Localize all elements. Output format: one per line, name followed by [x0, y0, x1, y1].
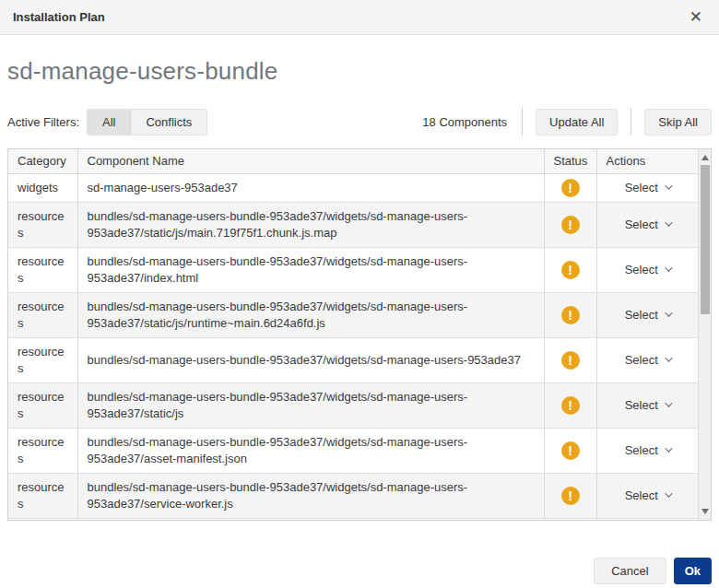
table-row: resources bundles/sd-manage-users-bundle…	[8, 337, 698, 382]
close-icon[interactable]: ✕	[686, 7, 706, 27]
toolbar-divider	[522, 108, 523, 135]
filter-all-button[interactable]: All	[88, 110, 131, 135]
chevron-down-icon	[665, 354, 672, 361]
warning-status-icon: !	[561, 487, 580, 505]
select-dropdown[interactable]: Select	[625, 218, 670, 231]
components-table-container: Category Component Name Status Actions w…	[7, 148, 712, 521]
warning-status-icon: !	[561, 441, 580, 460]
select-dropdown[interactable]: Select	[625, 181, 670, 194]
components-table: Category Component Name Status Actions w…	[8, 149, 698, 521]
component-name-cell: bundles/sd-manage-users-bundle-953ade37/…	[77, 292, 544, 337]
select-dropdown[interactable]: Select	[625, 263, 670, 276]
scrollbar-thumb[interactable]	[701, 165, 710, 314]
category-cell: resources	[8, 247, 77, 292]
actions-cell: Select	[596, 518, 698, 521]
column-header-name: Component Name	[77, 149, 544, 173]
ok-button[interactable]: Ok	[674, 558, 712, 584]
status-cell: !	[544, 473, 596, 518]
select-dropdown[interactable]: Select	[625, 488, 670, 502]
table-scrollbar[interactable]	[698, 149, 711, 520]
status-cell: !	[544, 337, 596, 382]
category-cell: resources	[8, 292, 77, 337]
modal-body: sd-manage-users-bundle Active Filters: A…	[0, 57, 719, 521]
category-cell: resources	[8, 473, 77, 518]
active-filters-label: Active Filters:	[7, 115, 79, 129]
warning-status-icon: !	[561, 396, 580, 415]
actions-cell: Select	[596, 292, 698, 337]
status-cell: !	[544, 247, 596, 292]
select-dropdown[interactable]: Select	[625, 398, 670, 412]
table-row: widgets sd-manage-users-953ade37 ! Selec…	[8, 173, 698, 202]
actions-cell: Select	[596, 382, 698, 428]
status-cell: !	[544, 428, 596, 473]
actions-cell: Select	[596, 247, 698, 292]
modal-title: Installation Plan	[13, 10, 105, 24]
column-header-category: Category	[8, 149, 77, 173]
warning-status-icon: !	[561, 179, 580, 197]
category-cell: widgets	[8, 173, 77, 202]
component-name-cell: bundles/sd-manage-users-bundle-953ade37/…	[77, 337, 544, 382]
table-header-row: Category Component Name Status Actions	[8, 149, 698, 173]
status-cell: !	[544, 292, 596, 337]
filter-conflicts-button[interactable]: Conflicts	[131, 110, 206, 135]
category-cell: resources	[8, 518, 77, 521]
table-row: resources bundles/sd-manage-users-bundle…	[8, 473, 698, 518]
select-dropdown[interactable]: Select	[625, 443, 670, 457]
warning-status-icon: !	[561, 306, 580, 324]
active-filters: Active Filters: All Conflicts	[7, 109, 207, 135]
table-row: resources bundles/sd-manage-users-bundle…	[8, 518, 698, 521]
component-name-cell: bundles/sd-manage-users-bundle-953ade37/…	[77, 202, 544, 247]
category-cell: resources	[8, 337, 77, 382]
warning-status-icon: !	[561, 216, 580, 234]
chevron-down-icon	[665, 218, 672, 226]
toolbar-divider	[631, 108, 631, 135]
components-count: 18 Components	[422, 115, 507, 129]
chevron-down-icon	[665, 309, 672, 316]
component-name-cell: bundles/sd-manage-users-bundle-953ade37/…	[77, 428, 544, 473]
category-cell: resources	[8, 428, 77, 473]
component-name-cell: bundles/sd-manage-users-bundle-953ade37/…	[77, 518, 544, 521]
column-header-actions: Actions	[596, 149, 698, 173]
category-cell: resources	[8, 202, 77, 247]
actions-cell: Select	[596, 337, 698, 382]
actions-cell: Select	[596, 473, 698, 518]
chevron-down-icon	[665, 489, 672, 497]
actions-cell: Select	[596, 428, 698, 473]
cancel-button[interactable]: Cancel	[594, 558, 666, 584]
chevron-down-icon	[665, 399, 672, 406]
table-row: resources bundles/sd-manage-users-bundle…	[8, 292, 698, 337]
chevron-down-icon	[665, 182, 672, 189]
table-row: resources bundles/sd-manage-users-bundle…	[8, 202, 698, 247]
update-all-button[interactable]: Update All	[536, 109, 618, 135]
component-name-cell: bundles/sd-manage-users-bundle-953ade37/…	[77, 382, 544, 428]
select-dropdown[interactable]: Select	[625, 308, 670, 322]
chevron-down-icon	[665, 444, 672, 452]
modal-footer: Cancel Ok	[0, 558, 719, 584]
select-dropdown[interactable]: Select	[625, 353, 670, 367]
warning-status-icon: !	[561, 261, 580, 279]
modal-header: Installation Plan ✕	[0, 0, 719, 35]
table-row: resources bundles/sd-manage-users-bundle…	[8, 247, 698, 292]
actions-cell: Select	[596, 173, 698, 202]
status-cell: !	[544, 518, 596, 521]
component-name-cell: bundles/sd-manage-users-bundle-953ade37/…	[77, 247, 544, 292]
scroll-up-arrow-icon[interactable]	[699, 151, 712, 164]
table-row: resources bundles/sd-manage-users-bundle…	[8, 428, 698, 473]
bundle-title: sd-manage-users-bundle	[7, 57, 712, 86]
component-name-cell: sd-manage-users-953ade37	[77, 173, 544, 202]
scroll-down-arrow-icon[interactable]	[699, 505, 712, 518]
actions-cell: Select	[596, 202, 698, 247]
skip-all-button[interactable]: Skip All	[644, 109, 712, 135]
category-cell: resources	[8, 382, 77, 428]
chevron-down-icon	[665, 264, 672, 271]
toolbar: Active Filters: All Conflicts 18 Compone…	[7, 108, 712, 135]
installation-plan-modal: Installation Plan ✕ sd-manage-users-bund…	[0, 0, 719, 584]
component-name-cell: bundles/sd-manage-users-bundle-953ade37/…	[77, 473, 544, 518]
status-cell: !	[544, 173, 596, 202]
column-header-status: Status	[544, 149, 596, 173]
filter-button-group: All Conflicts	[87, 109, 207, 135]
warning-status-icon: !	[561, 351, 580, 370]
status-cell: !	[544, 382, 596, 428]
table-row: resources bundles/sd-manage-users-bundle…	[8, 382, 698, 428]
toolbar-right: 18 Components Update All Skip All	[422, 108, 712, 135]
